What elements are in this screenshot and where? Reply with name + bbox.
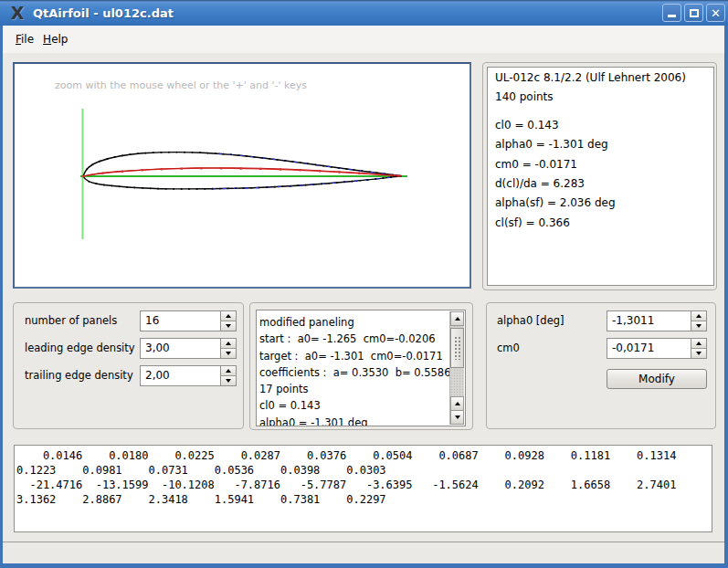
airfoil-info-box: UL-012c 8.1/2.2 (Ulf Lehnert 2006) 140 p… bbox=[487, 67, 714, 286]
up-arrow-icon bbox=[226, 314, 231, 318]
spin-up-button[interactable] bbox=[221, 366, 236, 376]
menubar: File Help bbox=[3, 26, 724, 53]
window-title: QtAirfoil - ul012c.dat bbox=[33, 6, 174, 20]
scroll-down-button[interactable] bbox=[450, 410, 464, 425]
maximize-button[interactable] bbox=[684, 4, 703, 22]
trailing-edge-density-spinbox[interactable]: 2,00 bbox=[140, 365, 237, 386]
up-arrow-icon bbox=[226, 369, 231, 373]
airfoil-plot[interactable]: zoom with the mouse wheel or the '+' and… bbox=[13, 62, 471, 289]
spinbox-value[interactable]: -1,3011 bbox=[607, 311, 691, 331]
leading-edge-density-spinbox[interactable]: 3,00 bbox=[140, 338, 237, 359]
log-line: 17 points bbox=[259, 381, 462, 397]
up-arrow-icon bbox=[455, 402, 460, 405]
scrollbar-thumb[interactable] bbox=[450, 328, 464, 368]
close-button[interactable]: ✕ bbox=[706, 4, 725, 22]
minimize-icon bbox=[668, 15, 676, 17]
down-arrow-icon bbox=[696, 352, 702, 355]
zoom-hint: zoom with the mouse wheel or the '+' and… bbox=[55, 79, 307, 91]
statusbar bbox=[3, 542, 724, 563]
airfoil-info-frame: UL-012c 8.1/2.2 (Ulf Lehnert 2006) 140 p… bbox=[482, 62, 717, 290]
coordinates-line: 0.0146 0.0180 0.0225 0.0287 0.0376 0.050… bbox=[16, 448, 712, 463]
scroll-up-button-2[interactable] bbox=[450, 396, 464, 411]
scroll-up-button[interactable] bbox=[450, 311, 464, 326]
window-frame-bottom bbox=[0, 563, 728, 568]
modify-button[interactable]: Modify bbox=[607, 369, 707, 389]
log-line: target : a0= -1.301 cm0=-0.0171 bbox=[259, 348, 462, 364]
coordinates-line: 3.1362 2.8867 2.3418 1.5941 0.7381 0.229… bbox=[16, 492, 712, 507]
spinbox-value[interactable]: 16 bbox=[141, 311, 220, 331]
spinbox-value[interactable]: -0,0171 bbox=[607, 339, 691, 358]
log-line: cl0 = 0.143 bbox=[259, 397, 462, 414]
log-line: alpha0 = -1.301 deg bbox=[259, 415, 462, 426]
spin-down-button[interactable] bbox=[691, 349, 706, 358]
down-arrow-icon bbox=[226, 352, 231, 355]
coordinates-line: 0.1223 0.0981 0.0731 0.0536 0.0398 0.030… bbox=[16, 463, 712, 478]
spin-down-button[interactable] bbox=[221, 321, 236, 331]
coordinates-output[interactable]: 0.0146 0.0180 0.0225 0.0287 0.0376 0.050… bbox=[14, 445, 712, 532]
spin-down-button[interactable] bbox=[221, 376, 236, 385]
number-of-panels-label: number of panels bbox=[25, 310, 117, 331]
window-frame-left bbox=[0, 26, 3, 568]
modify-group: alpha0 [deg] -1,3011 cm0 -0,0171 Modify bbox=[486, 302, 716, 429]
info-line: alpha0 = -1.301 deg bbox=[495, 135, 706, 154]
down-arrow-icon bbox=[455, 415, 460, 419]
down-arrow-icon bbox=[696, 324, 702, 328]
spinbox-value[interactable]: 2,00 bbox=[141, 366, 220, 385]
up-arrow-icon bbox=[696, 314, 702, 318]
spin-down-button[interactable] bbox=[691, 321, 706, 331]
cm0-label: cm0 bbox=[497, 338, 520, 359]
paneling-group: number of panels 16 leading edge density… bbox=[13, 302, 244, 429]
qtairfoil-window: { "window": { "title": "QtAirfoil - ul01… bbox=[0, 0, 728, 568]
maximize-icon bbox=[690, 9, 699, 17]
log-scrollbar[interactable] bbox=[449, 311, 464, 425]
paneling-log-group: modified paneling start : a0= -1.265 cm0… bbox=[249, 302, 473, 430]
info-line: alpha(sf) = 2.036 deg bbox=[495, 194, 706, 213]
minimize-button[interactable] bbox=[662, 4, 681, 22]
spin-up-button[interactable] bbox=[691, 339, 706, 349]
up-arrow-icon bbox=[226, 342, 231, 345]
titlebar[interactable]: X QtAirfoil - ul012c.dat ✕ bbox=[0, 0, 728, 26]
up-arrow-icon bbox=[455, 317, 460, 321]
spin-up-button[interactable] bbox=[221, 311, 236, 321]
log-line: start : a0= -1.265 cm0=-0.0206 bbox=[259, 331, 462, 347]
cm0-spinbox[interactable]: -0,0171 bbox=[607, 338, 707, 359]
info-line: UL-012c 8.1/2.2 (Ulf Lehnert 2006) bbox=[495, 68, 706, 88]
coordinates-line: -21.4716 -13.1599 -10.1208 -7.8716 -5.77… bbox=[16, 478, 712, 492]
paneling-log-box[interactable]: modified paneling start : a0= -1.265 cm0… bbox=[256, 310, 466, 426]
number-of-panels-spinbox[interactable]: 16 bbox=[140, 310, 237, 331]
airfoil-drawing bbox=[15, 64, 470, 287]
info-line: cm0 = -0.0171 bbox=[495, 155, 706, 174]
alpha0-label: alpha0 [deg] bbox=[497, 310, 564, 331]
window-icon: X bbox=[7, 3, 27, 23]
spin-down-button[interactable] bbox=[221, 349, 236, 358]
info-line bbox=[495, 108, 706, 116]
down-arrow-icon bbox=[226, 379, 231, 383]
info-line: cl0 = 0.143 bbox=[495, 116, 706, 135]
menu-help[interactable]: Help bbox=[38, 26, 72, 53]
spinbox-value[interactable]: 3,00 bbox=[141, 339, 220, 358]
up-arrow-icon bbox=[696, 342, 702, 345]
alpha0-spinbox[interactable]: -1,3011 bbox=[607, 310, 707, 331]
log-line: modified paneling bbox=[259, 314, 462, 331]
info-line: cl(sf) = 0.366 bbox=[495, 214, 706, 233]
window-frame-right bbox=[724, 26, 728, 568]
spin-up-button[interactable] bbox=[221, 339, 236, 349]
menu-file[interactable]: File bbox=[11, 26, 38, 53]
leading-edge-density-label: leading edge density bbox=[25, 338, 135, 359]
log-line: coefficients : a= 0.3530 b= 0.5586 bbox=[259, 364, 462, 381]
trailing-edge-density-label: trailing edge density bbox=[25, 365, 133, 386]
close-icon: ✕ bbox=[707, 5, 724, 22]
info-line: d(cl)/da = 6.283 bbox=[495, 174, 706, 194]
down-arrow-icon bbox=[226, 324, 231, 328]
spin-up-button[interactable] bbox=[691, 311, 706, 321]
info-line: 140 points bbox=[495, 88, 706, 107]
scrollbar-grip bbox=[454, 336, 460, 360]
